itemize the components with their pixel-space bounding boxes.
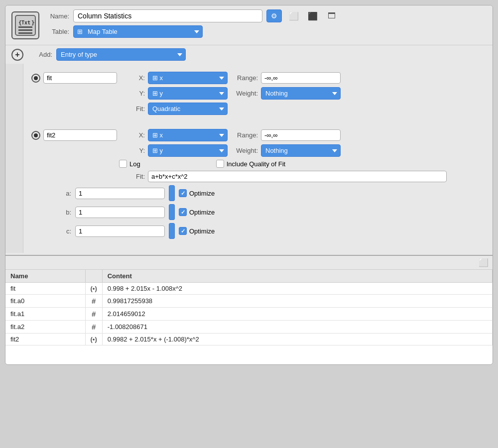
name-label: Name: bbox=[44, 12, 69, 20]
row-content: 0.99817255938 bbox=[102, 295, 492, 308]
svg-text:}: } bbox=[31, 19, 35, 26]
optimize-c-container[interactable]: ✓ Optimize bbox=[179, 227, 215, 235]
x-label-2: X: bbox=[120, 131, 145, 139]
add-label: Add: bbox=[27, 51, 52, 58]
log-quality-row: Log Include Quality of Fit bbox=[119, 160, 485, 168]
fit2-y-select[interactable]: ⊞ y bbox=[148, 144, 228, 157]
param-c-input[interactable] bbox=[75, 225, 165, 237]
range-label-1: Range: bbox=[231, 74, 258, 82]
fit-weight-select[interactable]: Nothing bbox=[261, 87, 341, 100]
window-icon-2[interactable]: ⬛ bbox=[306, 10, 320, 21]
weight-label-2: Weight: bbox=[231, 147, 258, 154]
optimize-a-container[interactable]: ✓ Optimize bbox=[179, 189, 215, 197]
fit-radio[interactable] bbox=[31, 74, 40, 83]
main-container: { Txt } Name: ⚙ ⬜ ⬛ 🗖 Table: bbox=[5, 5, 493, 365]
fit-type-select[interactable]: Quadratic bbox=[148, 103, 228, 115]
param-b-slider[interactable] bbox=[169, 204, 175, 220]
fit2-name-input[interactable] bbox=[43, 129, 117, 141]
row-content: 0.9982 + 2.015*x + (-1.008)*x^2 bbox=[102, 334, 492, 345]
entry-fit2-name-row: X: ⊞ x Range: bbox=[31, 129, 485, 141]
entry-fit-type-row: Fit: Quadratic bbox=[31, 103, 485, 115]
header-fields: Name: ⚙ ⬜ ⬛ 🗖 Table: ⊞ Map Table bbox=[44, 9, 487, 41]
content-area: X: ⊞ x Range: Y: ⊞ y Weight: bbox=[5, 64, 493, 253]
param-b-label: b: bbox=[61, 209, 71, 216]
fit2-range-input[interactable] bbox=[261, 129, 341, 141]
fit2-formula-input[interactable] bbox=[148, 171, 447, 182]
header: { Txt } Name: ⚙ ⬜ ⬛ 🗖 Table: bbox=[5, 5, 493, 45]
fit-label-1: Fit: bbox=[120, 105, 145, 112]
app-icon: { Txt } bbox=[11, 11, 39, 39]
expand-icon[interactable]: ⬜ bbox=[479, 258, 489, 267]
row-name: fit.a1 bbox=[5, 308, 85, 321]
row-name: fit2 bbox=[5, 334, 85, 345]
row-content: 0.998 + 2.015x - 1.008x^2 bbox=[102, 283, 492, 295]
add-button[interactable]: + bbox=[11, 49, 23, 61]
table-select[interactable]: Map Table bbox=[73, 25, 203, 38]
optimize-b-checkbox[interactable]: ✓ bbox=[179, 208, 187, 216]
optimize-b-container[interactable]: ✓ Optimize bbox=[179, 208, 215, 216]
table-row: fit(•)0.998 + 2.015x - 1.008x^2 bbox=[5, 283, 493, 295]
quality-checkbox-container[interactable]: Include Quality of Fit bbox=[216, 160, 286, 168]
row-content: -1.008208671 bbox=[102, 321, 492, 334]
sidebar bbox=[5, 64, 23, 253]
entry-fit: X: ⊞ x Range: Y: ⊞ y Weight: bbox=[27, 68, 489, 122]
y-label-2: Y: bbox=[120, 147, 145, 154]
results-table: Name Content fit(•)0.998 + 2.015x - 1.00… bbox=[5, 270, 493, 345]
table-row: fit.a0#0.99817255938 bbox=[5, 295, 493, 308]
table-header-row: Name Content bbox=[5, 270, 493, 283]
row-name: fit.a0 bbox=[5, 295, 85, 308]
row-icon: # bbox=[85, 321, 102, 334]
bottom-table-header: ⬜ bbox=[5, 256, 493, 270]
param-c-slider[interactable] bbox=[169, 223, 175, 239]
log-checkbox[interactable] bbox=[119, 160, 127, 168]
entry-fit2: X: ⊞ x Range: Y: ⊞ y Weight: bbox=[27, 125, 489, 246]
fit-y-select[interactable]: ⊞ y bbox=[148, 87, 228, 100]
param-a-row: a: ✓ Optimize bbox=[61, 185, 485, 201]
window-icon-1[interactable]: ⬜ bbox=[287, 10, 301, 21]
table-row: fit.a1#2.014659012 bbox=[5, 308, 493, 321]
col-icon-header bbox=[85, 270, 102, 283]
optimize-c-checkbox[interactable]: ✓ bbox=[179, 227, 187, 235]
fit-x-select[interactable]: ⊞ x bbox=[148, 72, 228, 84]
param-a-input[interactable] bbox=[75, 188, 165, 199]
row-icon: # bbox=[85, 308, 102, 321]
optimize-a-checkbox[interactable]: ✓ bbox=[179, 189, 187, 197]
name-row: Name: ⚙ ⬜ ⬛ 🗖 bbox=[44, 9, 487, 22]
row-icon: (•) bbox=[85, 334, 102, 345]
row-content: 2.014659012 bbox=[102, 308, 492, 321]
log-checkbox-container[interactable]: Log bbox=[119, 160, 140, 168]
col-content-header: Content bbox=[102, 270, 492, 283]
table-row: fit2(•)0.9982 + 2.015*x + (-1.008)*x^2 bbox=[5, 334, 493, 345]
param-b-input[interactable] bbox=[75, 207, 165, 218]
fit2-radio[interactable] bbox=[31, 131, 40, 140]
fit-range-input[interactable] bbox=[261, 72, 341, 84]
header-icons: ⚙ ⬜ ⬛ 🗖 bbox=[266, 9, 339, 22]
quality-checkbox[interactable] bbox=[216, 160, 224, 168]
table-select-wrapper: ⊞ Map Table bbox=[73, 25, 203, 38]
param-c-label: c: bbox=[61, 227, 71, 235]
quality-label: Include Quality of Fit bbox=[227, 160, 286, 168]
fit2-weight-select[interactable]: Nothing bbox=[261, 144, 341, 157]
log-label: Log bbox=[129, 160, 140, 168]
table-body: fit(•)0.998 + 2.015x - 1.008x^2fit.a0#0.… bbox=[5, 283, 493, 345]
window-icon-3[interactable]: 🗖 bbox=[325, 10, 339, 21]
y-label-1: Y: bbox=[120, 90, 145, 97]
fit-name-input[interactable] bbox=[43, 72, 117, 84]
fit2-x-select[interactable]: ⊞ x bbox=[148, 129, 228, 141]
weight-label-1: Weight: bbox=[231, 90, 258, 97]
entry-fit2-y-row: Y: ⊞ y Weight: Nothing bbox=[31, 144, 485, 157]
param-a-label: a: bbox=[61, 190, 71, 197]
svg-rect-6 bbox=[18, 32, 32, 34]
fit-label-2: Fit: bbox=[120, 173, 145, 180]
param-a-slider[interactable] bbox=[169, 185, 175, 201]
add-entry-select[interactable]: Entry of type bbox=[56, 48, 186, 61]
row-icon: # bbox=[85, 295, 102, 308]
gear-button[interactable]: ⚙ bbox=[266, 9, 282, 22]
entry-fit-y-row: Y: ⊞ y Weight: Nothing bbox=[31, 87, 485, 100]
name-input[interactable] bbox=[73, 9, 262, 22]
add-row: + Add: Entry of type bbox=[5, 45, 493, 64]
table-row: fit.a2#-1.008208671 bbox=[5, 321, 493, 334]
optimize-a-label: Optimize bbox=[189, 190, 215, 197]
entries-area: X: ⊞ x Range: Y: ⊞ y Weight: bbox=[23, 64, 493, 253]
table-row: Table: ⊞ Map Table bbox=[44, 25, 487, 38]
